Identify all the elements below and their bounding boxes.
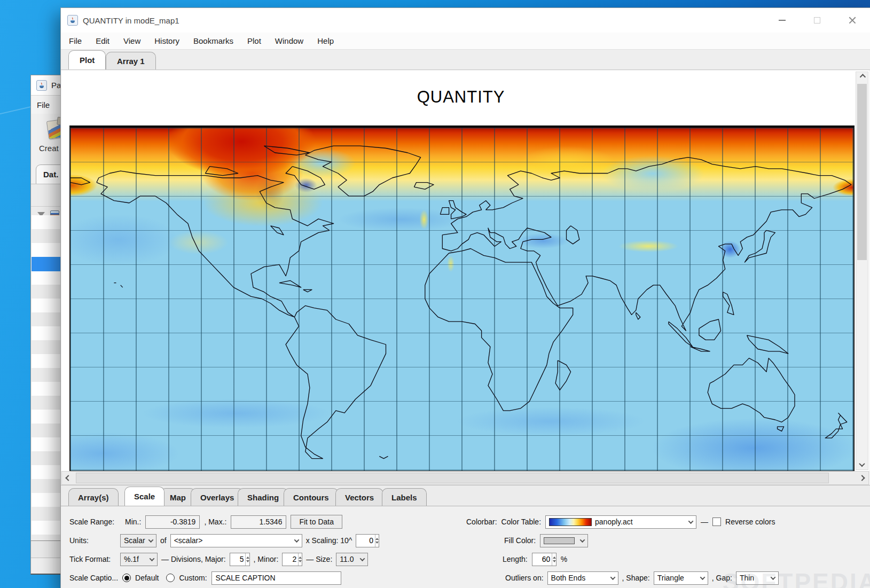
softpedia-watermark: SOFTPEDIA bbox=[723, 568, 870, 588]
minimize-icon bbox=[779, 20, 786, 21]
chevron-down-icon bbox=[580, 537, 585, 543]
caption-custom-radio[interactable] bbox=[166, 574, 175, 582]
units-type-dropdown[interactable]: Scalar bbox=[120, 534, 156, 547]
caption-default-radio[interactable] bbox=[122, 574, 131, 582]
scale-settings-panel: Scale Range: Min.: , Max.: Fit to Data U… bbox=[61, 507, 870, 588]
scale-max-input[interactable] bbox=[231, 515, 286, 529]
size-label: — Size: bbox=[306, 555, 332, 563]
horizontal-scroll-thumb[interactable] bbox=[76, 473, 829, 483]
color-table-dropdown[interactable]: panoply.act bbox=[545, 515, 696, 529]
scaling-exponent-spinner[interactable] bbox=[356, 534, 379, 547]
scroll-up-button[interactable] bbox=[856, 72, 868, 82]
scroll-down-button[interactable] bbox=[856, 460, 868, 469]
chevron-down-icon bbox=[294, 537, 299, 543]
tab-arrays[interactable]: Array(s) bbox=[68, 488, 119, 506]
max-label: , Max.: bbox=[204, 518, 226, 526]
coastlines-svg bbox=[70, 128, 853, 470]
reverse-colors-checkbox[interactable] bbox=[712, 518, 721, 526]
minor-label: , Minor: bbox=[254, 555, 279, 563]
shape-label: , Shape: bbox=[622, 574, 650, 582]
chevron-down-icon bbox=[859, 461, 865, 467]
min-label: Min.: bbox=[125, 518, 141, 526]
titlebar[interactable]: QUANTITY in modE_map1 bbox=[61, 8, 870, 33]
length-unit-label: % bbox=[561, 555, 567, 563]
outliers-label: Outliers on: bbox=[505, 574, 544, 582]
caption-text-input[interactable] bbox=[211, 571, 341, 585]
fill-color-dropdown[interactable] bbox=[540, 534, 588, 547]
tab-labels[interactable]: Labels bbox=[382, 488, 427, 506]
scale-range-label: Scale Range: bbox=[69, 518, 114, 526]
maximize-icon bbox=[814, 17, 820, 23]
major-divisions-spinner[interactable] bbox=[230, 553, 250, 566]
tab-vectors[interactable]: Vectors bbox=[335, 488, 383, 506]
menu-plot[interactable]: Plot bbox=[247, 36, 261, 45]
menu-bookmarks[interactable]: Bookmarks bbox=[193, 36, 233, 45]
menu-view[interactable]: View bbox=[123, 36, 140, 45]
plot-window: QUANTITY in modE_map1 File Edit View His… bbox=[60, 7, 870, 588]
menu-history[interactable]: History bbox=[154, 36, 179, 45]
scroll-right-button[interactable] bbox=[856, 472, 868, 484]
horizontal-scrollbar[interactable] bbox=[61, 471, 869, 485]
menu-file[interactable]: File bbox=[69, 36, 82, 45]
fill-color-swatch bbox=[544, 537, 575, 544]
spinner-arrows-icon[interactable] bbox=[375, 535, 379, 547]
java-app-icon bbox=[67, 15, 78, 26]
shape-dropdown[interactable]: Triangle bbox=[654, 571, 708, 585]
caption-default-label: Default bbox=[135, 574, 159, 582]
tab-shading[interactable]: Shading bbox=[238, 488, 288, 506]
chevron-down-icon bbox=[148, 537, 154, 543]
tick-format-label: Tick Format: bbox=[69, 555, 116, 563]
menubar: File Edit View History Bookmarks Plot Wi… bbox=[61, 33, 870, 50]
caption-custom-label: Custom: bbox=[179, 574, 207, 582]
scale-min-input[interactable] bbox=[145, 515, 200, 529]
plot-title: QUANTITY bbox=[69, 88, 852, 107]
scroll-left-button[interactable] bbox=[62, 472, 75, 484]
tab-scale[interactable]: Scale bbox=[124, 487, 164, 506]
document-tabstrip: Plot Array 1 bbox=[61, 50, 870, 70]
left-menu-file[interactable]: File bbox=[37, 100, 50, 109]
vertical-scroll-thumb[interactable] bbox=[857, 84, 867, 260]
length-spinner[interactable] bbox=[532, 553, 557, 566]
minimize-button[interactable] bbox=[764, 8, 800, 33]
world-map-plot[interactable] bbox=[69, 126, 855, 471]
chevron-left-icon bbox=[65, 475, 71, 481]
tab-overlays[interactable]: Overlays bbox=[191, 488, 244, 506]
chevron-down-icon bbox=[700, 575, 705, 580]
reverse-colors-label: Reverse colors bbox=[725, 518, 775, 526]
color-table-gradient-swatch bbox=[549, 518, 592, 526]
fill-color-label: Fill Color: bbox=[504, 536, 536, 545]
plot-canvas-area[interactable]: QUANTITY bbox=[61, 70, 869, 471]
spinner-arrows-icon[interactable] bbox=[298, 553, 302, 566]
close-button[interactable] bbox=[835, 8, 870, 33]
desktop: Pa File Creat Dat. QUANT bbox=[0, 0, 870, 588]
chevron-up-icon bbox=[860, 74, 866, 80]
window-title: QUANTITY in modE_map1 bbox=[83, 16, 179, 25]
menu-edit[interactable]: Edit bbox=[96, 36, 109, 45]
menu-window[interactable]: Window bbox=[275, 36, 303, 45]
outliers-dropdown[interactable]: Both Ends bbox=[547, 571, 618, 585]
vertical-scrollbar[interactable] bbox=[856, 72, 868, 470]
units-value-dropdown[interactable]: <scalar> bbox=[170, 534, 302, 547]
scale-caption-label: Scale Captio... bbox=[69, 574, 118, 582]
dash-separator: — bbox=[701, 518, 708, 526]
settings-tabstrip: Array(s) Scale Map Overlays Shading Cont… bbox=[61, 485, 870, 506]
maximize-button[interactable] bbox=[800, 8, 835, 33]
tick-size-dropdown[interactable]: 11.0 bbox=[336, 553, 368, 566]
color-table-label: Color Table: bbox=[501, 518, 541, 526]
minor-divisions-spinner[interactable] bbox=[282, 553, 302, 566]
create-button-label[interactable]: Creat bbox=[39, 144, 59, 153]
chevron-right-icon bbox=[859, 475, 865, 481]
chevron-down-icon bbox=[150, 556, 155, 561]
fit-to-data-button[interactable]: Fit to Data bbox=[291, 515, 342, 529]
menu-help[interactable]: Help bbox=[317, 36, 334, 45]
window-controls bbox=[764, 8, 870, 33]
tab-array-1[interactable]: Array 1 bbox=[106, 52, 156, 69]
tab-plot[interactable]: Plot bbox=[68, 50, 106, 69]
tab-contours[interactable]: Contours bbox=[284, 488, 339, 506]
spinner-arrows-icon[interactable] bbox=[245, 553, 249, 566]
divisions-label: — Divisions, Major: bbox=[161, 555, 226, 563]
tick-format-dropdown[interactable]: %.1f bbox=[120, 553, 158, 566]
spinner-arrows-icon[interactable] bbox=[552, 553, 555, 566]
units-label: Units: bbox=[69, 536, 116, 545]
java-app-icon bbox=[36, 80, 47, 91]
